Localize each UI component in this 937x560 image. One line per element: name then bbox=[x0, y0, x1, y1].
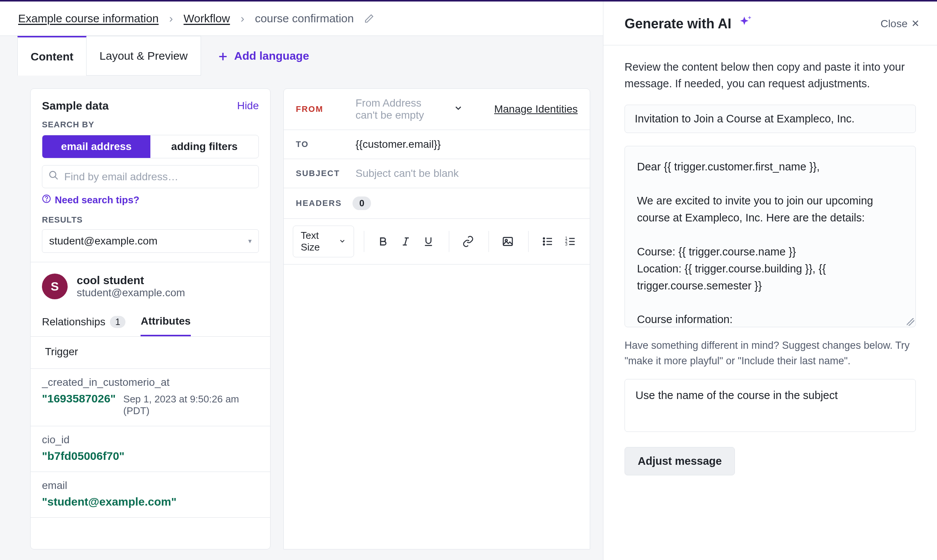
attribute-row: email "student@example.com" bbox=[31, 472, 270, 518]
chevron-right-icon: › bbox=[169, 12, 173, 25]
close-button[interactable]: Close ✕ bbox=[880, 18, 920, 30]
profile-email: student@example.com bbox=[77, 287, 185, 299]
segment-adding-filters[interactable]: adding filters bbox=[150, 135, 258, 158]
subtab-relationships-label: Relationships bbox=[42, 316, 105, 328]
close-icon: ✕ bbox=[911, 18, 920, 29]
close-label: Close bbox=[880, 18, 908, 30]
to-label: TO bbox=[296, 139, 345, 149]
avatar: S bbox=[42, 274, 68, 299]
message-editor: FROM From Address can't be empty Manage … bbox=[283, 88, 590, 549]
search-input-wrap[interactable] bbox=[42, 165, 259, 188]
ai-title-text: Generate with AI bbox=[625, 16, 731, 32]
manage-identities-link[interactable]: Manage Identities bbox=[494, 103, 578, 115]
to-row: TO {{customer.email}} bbox=[284, 130, 590, 159]
breadcrumb-workflow[interactable]: Workflow bbox=[184, 12, 230, 25]
message-body[interactable] bbox=[284, 265, 590, 549]
chevron-right-icon: › bbox=[241, 12, 244, 25]
headers-count-badge: 0 bbox=[353, 196, 371, 210]
text-size-label: Text Size bbox=[301, 230, 333, 253]
svg-rect-8 bbox=[503, 237, 512, 245]
breadcrumb-current: course confirmation bbox=[255, 12, 354, 25]
svg-line-1 bbox=[55, 177, 58, 179]
search-icon bbox=[48, 170, 59, 183]
attribute-key: _created_in_customerio_at bbox=[42, 376, 259, 388]
from-row: FROM From Address can't be empty Manage … bbox=[284, 89, 590, 130]
attribute-meta: Sep 1, 2023 at 9:50:26 am (PDT) bbox=[123, 393, 259, 417]
ai-body-output[interactable]: Dear {{ trigger.customer.first_name }}, … bbox=[625, 146, 916, 327]
headers-row[interactable]: HEADERS 0 bbox=[284, 188, 590, 219]
italic-icon[interactable] bbox=[395, 231, 416, 252]
from-placeholder[interactable]: From Address can't be empty bbox=[356, 97, 443, 121]
attribute-key: cio_id bbox=[42, 434, 259, 446]
attribute-key: email bbox=[42, 480, 259, 492]
sparkle-icon bbox=[738, 14, 753, 33]
attribute-row: cio_id "b7fd05006f70" bbox=[31, 426, 270, 472]
breadcrumb-root[interactable]: Example course information bbox=[18, 12, 159, 25]
subtab-attributes[interactable]: Attributes bbox=[141, 310, 190, 336]
profile-card: S cool student student@example.com bbox=[31, 262, 270, 306]
ai-subject-field[interactable]: Invitation to Join a Course at Exampleco… bbox=[625, 105, 916, 133]
ai-panel-title: Generate with AI bbox=[625, 14, 753, 33]
ordered-list-icon[interactable]: 123 bbox=[560, 231, 581, 252]
link-icon[interactable] bbox=[458, 231, 479, 252]
svg-point-3 bbox=[46, 201, 46, 201]
image-icon[interactable] bbox=[497, 231, 518, 252]
profile-subtabs: Relationships 1 Attributes bbox=[31, 306, 270, 337]
plus-icon: ＋ bbox=[216, 49, 230, 63]
from-label: FROM bbox=[296, 104, 345, 114]
chevron-down-icon bbox=[339, 236, 346, 248]
attribute-value: "1693587026" bbox=[42, 392, 116, 405]
sample-data-panel: Sample data Hide SEARCH BY email address… bbox=[30, 88, 271, 549]
sample-data-title: Sample data bbox=[42, 99, 109, 112]
subject-label: SUBJECT bbox=[296, 169, 345, 178]
to-value[interactable]: {{customer.email}} bbox=[356, 138, 441, 150]
search-by-segment: email address adding filters bbox=[42, 135, 259, 158]
search-tips-link[interactable]: Need search tips? bbox=[42, 194, 259, 206]
edit-icon[interactable] bbox=[364, 14, 374, 23]
adjust-message-button[interactable]: Adjust message bbox=[625, 447, 735, 475]
tab-content[interactable]: Content bbox=[17, 36, 87, 76]
rich-text-toolbar: Text Size bbox=[284, 219, 590, 265]
subject-row: SUBJECT Subject can't be blank bbox=[284, 159, 590, 188]
search-tips-label: Need search tips? bbox=[55, 194, 139, 206]
text-size-select[interactable]: Text Size bbox=[293, 226, 354, 257]
attributes-list: _created_in_customerio_at "1693587026" S… bbox=[31, 369, 270, 549]
editor-tabs: Content Layout & Preview ＋ Add language bbox=[0, 36, 603, 76]
ai-adjustment-input[interactable]: Use the name of the course in the subjec… bbox=[625, 379, 916, 432]
ai-intro-text: Review the content below then copy and p… bbox=[625, 59, 916, 92]
subtab-relationships[interactable]: Relationships 1 bbox=[42, 310, 125, 336]
svg-point-11 bbox=[543, 241, 544, 242]
results-selected-value: student@example.com bbox=[49, 235, 158, 247]
svg-point-0 bbox=[50, 172, 56, 178]
attribute-row: _created_in_customerio_at "1693587026" S… bbox=[31, 369, 270, 426]
ai-hint-text: Have something different in mind? Sugges… bbox=[625, 338, 916, 368]
attribute-value: "b7fd05006f70" bbox=[42, 450, 125, 463]
relationships-count-badge: 1 bbox=[110, 316, 125, 328]
svg-point-10 bbox=[543, 238, 544, 239]
results-label: RESULTS bbox=[31, 215, 270, 225]
chevron-down-icon[interactable] bbox=[453, 103, 463, 116]
search-input[interactable] bbox=[63, 170, 252, 183]
search-by-label: SEARCH BY bbox=[31, 120, 270, 130]
bold-icon[interactable] bbox=[373, 231, 394, 252]
trigger-row[interactable]: Trigger bbox=[31, 337, 270, 369]
tab-layout-preview[interactable]: Layout & Preview bbox=[87, 36, 201, 76]
caret-down-icon: ▾ bbox=[248, 237, 252, 245]
attribute-value: "student@example.com" bbox=[42, 495, 176, 508]
headers-label: HEADERS bbox=[296, 198, 345, 208]
add-language-button[interactable]: ＋ Add language bbox=[216, 49, 309, 63]
svg-point-12 bbox=[543, 244, 544, 245]
question-circle-icon bbox=[42, 194, 51, 206]
subject-placeholder[interactable]: Subject can't be blank bbox=[356, 167, 578, 179]
unordered-list-icon[interactable] bbox=[537, 231, 558, 252]
svg-text:3: 3 bbox=[565, 242, 567, 246]
segment-email-address[interactable]: email address bbox=[42, 135, 150, 158]
generate-with-ai-panel: Generate with AI Close ✕ Review the cont… bbox=[603, 2, 937, 560]
hide-sample-button[interactable]: Hide bbox=[237, 100, 259, 112]
underline-icon[interactable] bbox=[418, 231, 439, 252]
add-language-label: Add language bbox=[234, 50, 309, 62]
results-select[interactable]: student@example.com ▾ bbox=[42, 229, 259, 253]
svg-line-4 bbox=[405, 238, 407, 245]
profile-name: cool student bbox=[77, 274, 185, 287]
